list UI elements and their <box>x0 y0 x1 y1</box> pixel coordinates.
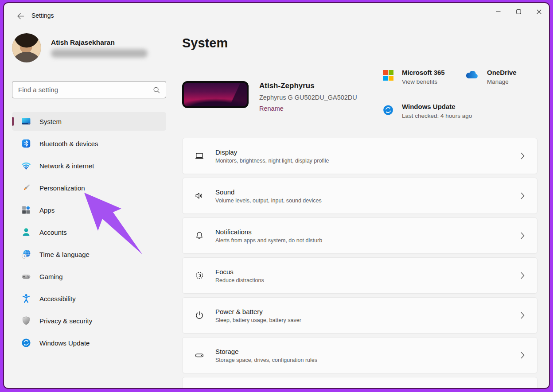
device-model: Zephyrus G GU502DU_GA502DU <box>259 94 357 101</box>
chevron-right-icon <box>521 312 526 319</box>
sidebar-item-gaming[interactable]: Gaming <box>12 267 166 286</box>
notifications-icon <box>194 230 205 241</box>
maximize-button[interactable] <box>508 3 529 20</box>
sidebar-item-apps[interactable]: Apps <box>12 201 166 219</box>
row-display[interactable]: Display Monitors, brightness, night ligh… <box>182 138 537 174</box>
network-icon <box>21 160 31 171</box>
settings-window: Settings Atish Rajasekharan <box>4 3 549 388</box>
sidebar-item-label: Bluetooth & devices <box>39 140 98 147</box>
row-subtitle: Sleep, battery usage, battery saver <box>215 317 521 323</box>
row-title: Power & battery <box>215 308 521 315</box>
sidebar-nav: System Bluetooth & devices Network & int… <box>12 112 166 356</box>
back-arrow-icon <box>17 13 24 19</box>
sidebar-item-label: Accessibility <box>39 295 76 303</box>
row-title: Notifications <box>215 228 521 236</box>
chevron-right-icon <box>521 152 526 159</box>
close-icon <box>537 9 541 14</box>
sidebar-item-system[interactable]: System <box>12 112 166 131</box>
windows-update-icon <box>21 338 31 348</box>
window-controls <box>488 3 549 20</box>
device-info-block: Atish-Zephyrus Zephyrus G GU502DU_GA502D… <box>182 81 357 112</box>
row-title: Sound <box>215 188 521 196</box>
status-microsoft-365[interactable]: Microsoft 365 View benefits <box>382 69 445 85</box>
sidebar-item-privacy-security[interactable]: Privacy & security <box>12 311 166 330</box>
status-title: Microsoft 365 <box>402 69 445 76</box>
status-subtitle: Last checked: 4 hours ago <box>402 113 472 119</box>
personalization-icon <box>21 182 31 193</box>
row-notifications[interactable]: Notifications Alerts from apps and syste… <box>182 217 537 254</box>
sidebar-item-label: Privacy & security <box>39 317 92 325</box>
sidebar-item-bluetooth-devices[interactable]: Bluetooth & devices <box>12 134 166 153</box>
row-focus[interactable]: Focus Reduce distractions <box>182 257 537 294</box>
back-button[interactable] <box>14 10 27 22</box>
minimize-button[interactable] <box>488 3 508 20</box>
settings-rows: Display Monitors, brightness, night ligh… <box>182 138 537 388</box>
sidebar-item-network-internet[interactable]: Network & internet <box>12 156 166 175</box>
search-box <box>12 81 166 98</box>
display-icon <box>194 151 205 161</box>
row-storage[interactable]: Storage Storage space, drives, configura… <box>182 337 537 373</box>
windows-update-icon <box>382 103 394 119</box>
status-title: Windows Update <box>402 103 472 110</box>
status-subtitle[interactable]: Manage <box>487 78 517 85</box>
row-subtitle: Monitors, brightness, night light, displ… <box>215 158 521 164</box>
sidebar-item-label: Windows Update <box>39 339 90 347</box>
row-power-battery[interactable]: Power & battery Sleep, battery usage, ba… <box>182 297 537 334</box>
sidebar-item-accounts[interactable]: Accounts <box>12 223 166 241</box>
focus-icon <box>194 270 205 281</box>
close-button[interactable] <box>529 3 549 20</box>
system-icon <box>21 116 31 127</box>
chevron-right-icon <box>521 272 526 279</box>
chevron-right-icon <box>521 192 526 199</box>
row-sound[interactable]: Sound Volume levels, output, input, soun… <box>182 178 537 214</box>
maximize-icon <box>516 9 521 14</box>
row-subtitle: Reduce distractions <box>215 277 521 283</box>
sidebar-item-label: System <box>39 118 62 125</box>
sidebar-item-label: Accounts <box>39 229 67 236</box>
sidebar-item-label: Personalization <box>39 184 85 192</box>
onedrive-icon <box>464 69 479 85</box>
account-profile[interactable]: Atish Rajasekharan <box>12 33 167 62</box>
row-partial[interactable] <box>182 377 537 388</box>
status-onedrive[interactable]: OneDrive Manage <box>464 69 517 85</box>
row-title: Storage <box>215 348 521 355</box>
status-subtitle[interactable]: View benefits <box>402 78 445 85</box>
search-icon <box>153 86 166 93</box>
profile-name: Atish Rajasekharan <box>51 39 148 47</box>
sound-icon <box>194 190 205 201</box>
device-name: Atish-Zephyrus <box>259 82 357 90</box>
sidebar-item-personalization[interactable]: Personalization <box>12 179 166 197</box>
device-wallpaper-thumbnail <box>182 81 249 108</box>
bluetooth-icon <box>21 138 31 149</box>
row-subtitle: Alerts from apps and system, do not dist… <box>215 237 521 244</box>
sidebar-item-label: Time & language <box>39 251 90 258</box>
avatar <box>12 33 41 62</box>
storage-icon <box>194 350 205 361</box>
accounts-icon <box>21 227 31 237</box>
sidebar-item-label: Gaming <box>39 273 63 280</box>
sidebar-item-accessibility[interactable]: Accessibility <box>12 289 166 308</box>
chevron-right-icon <box>521 232 526 239</box>
window-title: Settings <box>31 12 54 19</box>
page-title: System <box>182 36 228 50</box>
privacy-shield-icon <box>21 315 31 326</box>
sidebar-item-label: Apps <box>39 206 55 214</box>
power-icon <box>194 310 205 321</box>
row-title: Focus <box>215 268 521 276</box>
status-windows-update[interactable]: Windows Update Last checked: 4 hours ago <box>382 103 472 119</box>
sidebar-item-time-language[interactable]: Time & language <box>12 245 166 264</box>
sidebar-item-windows-update[interactable]: Windows Update <box>12 334 166 352</box>
annotation-frame: Settings Atish Rajasekharan <box>3 2 550 389</box>
rename-link[interactable]: Rename <box>259 105 284 112</box>
status-title: OneDrive <box>487 69 517 76</box>
sidebar-item-label: Network & internet <box>39 162 94 170</box>
row-subtitle: Volume levels, output, input, sound devi… <box>215 198 521 204</box>
microsoft-365-icon <box>382 69 394 85</box>
row-subtitle: Storage space, drives, configuration rul… <box>215 357 521 363</box>
chevron-right-icon <box>521 352 526 359</box>
time-language-icon <box>21 249 31 260</box>
apps-icon <box>21 205 31 215</box>
profile-email-redacted <box>51 49 148 58</box>
accessibility-icon <box>21 293 31 304</box>
search-input[interactable] <box>12 86 153 93</box>
